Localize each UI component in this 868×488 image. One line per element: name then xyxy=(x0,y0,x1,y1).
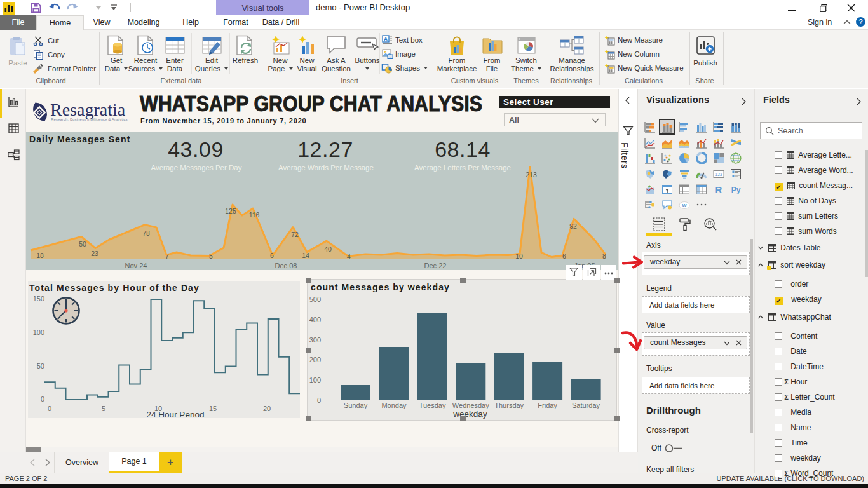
svg-text:50: 50 xyxy=(79,240,86,248)
svg-text:Friday: Friday xyxy=(538,402,557,409)
svg-text:24 Hour Period: 24 Hour Period xyxy=(147,410,205,418)
svg-text:Wednesday: Wednesday xyxy=(452,402,489,409)
svg-text:300: 300 xyxy=(309,336,321,344)
svg-text:500: 500 xyxy=(309,295,321,303)
svg-text:50: 50 xyxy=(37,362,44,370)
svg-text:0: 0 xyxy=(317,396,321,404)
svg-text:6: 6 xyxy=(270,252,274,259)
svg-text:78: 78 xyxy=(142,229,150,237)
svg-text:72: 72 xyxy=(291,231,299,238)
svg-text:R: R xyxy=(715,184,722,194)
svg-text:100: 100 xyxy=(309,376,321,384)
svg-text:123: 123 xyxy=(715,172,722,177)
svg-text:Sunday: Sunday xyxy=(344,402,368,409)
svg-text:0: 0 xyxy=(48,405,51,412)
svg-text:Nov 24: Nov 24 xyxy=(125,262,147,269)
svg-text:Thursday: Thursday xyxy=(494,402,524,409)
svg-text:weekday: weekday xyxy=(452,409,487,419)
svg-text:w: w xyxy=(681,202,687,208)
svg-text:6: 6 xyxy=(562,252,566,260)
svg-text:5: 5 xyxy=(209,252,213,260)
svg-text:18: 18 xyxy=(36,252,44,259)
svg-text:0: 0 xyxy=(41,395,44,403)
svg-text:Dec 22: Dec 22 xyxy=(424,262,447,269)
svg-text:10: 10 xyxy=(515,252,523,260)
svg-text:92: 92 xyxy=(569,222,577,230)
svg-text:Py: Py xyxy=(731,185,741,194)
svg-text:Dec 08: Dec 08 xyxy=(275,262,297,269)
svg-text:100: 100 xyxy=(33,329,44,336)
svg-text:14: 14 xyxy=(302,252,309,259)
svg-text:400: 400 xyxy=(309,316,321,323)
svg-text:A: A xyxy=(384,36,388,43)
svg-text:23: 23 xyxy=(91,250,98,257)
svg-text:40: 40 xyxy=(324,245,332,253)
svg-text:20: 20 xyxy=(263,405,271,412)
svg-text:8: 8 xyxy=(602,252,606,260)
svg-text:Tuesday: Tuesday xyxy=(419,402,446,409)
svg-text:125: 125 xyxy=(225,207,236,215)
svg-text:213: 213 xyxy=(526,171,537,179)
svg-text:4: 4 xyxy=(347,253,351,261)
svg-text:7: 7 xyxy=(165,252,169,260)
svg-text:Monday: Monday xyxy=(381,402,407,409)
svg-text:116: 116 xyxy=(249,211,260,219)
svg-text:150: 150 xyxy=(33,295,44,302)
svg-text:Saturday: Saturday xyxy=(572,402,600,409)
svg-text:15: 15 xyxy=(209,405,217,412)
svg-text:5: 5 xyxy=(102,405,105,412)
svg-text:200: 200 xyxy=(309,356,321,363)
